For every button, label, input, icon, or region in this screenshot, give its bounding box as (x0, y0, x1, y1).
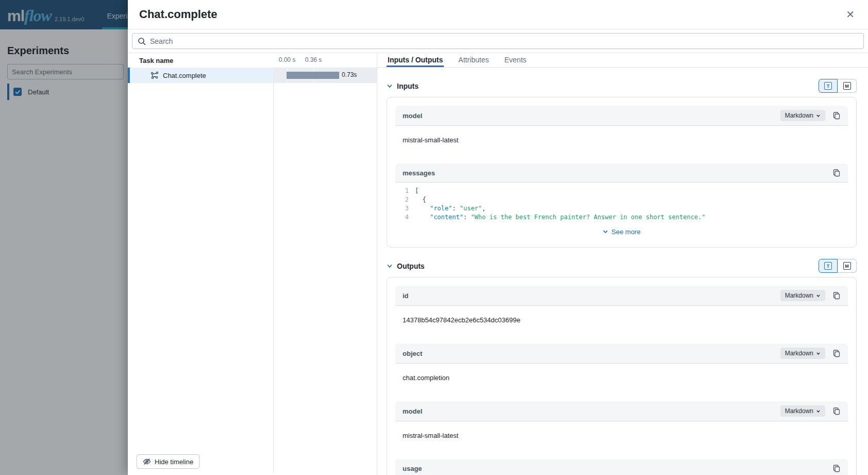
outputs-section-header: Outputs T M (387, 259, 857, 273)
chevron-down-icon (816, 113, 821, 118)
markdown-toggle-button[interactable]: M (838, 259, 857, 273)
field-label: object (403, 350, 780, 357)
timeline-empty-area (128, 83, 377, 454)
drawer-search-box[interactable] (132, 33, 864, 49)
field-header: id Markdown (395, 286, 848, 306)
field-label: usage (403, 465, 832, 472)
eye-off-icon (143, 457, 151, 466)
field-header: model Markdown (395, 401, 848, 421)
copy-icon[interactable] (832, 169, 841, 177)
timeline-header: Task name 0.00 s 0.36 s (128, 53, 377, 68)
timeline-ticks: 0.00 s 0.36 s (273, 53, 377, 68)
tab-attributes[interactable]: Attributes (457, 53, 490, 67)
hide-timeline-label: Hide timeline (155, 458, 193, 466)
field-label: model (403, 407, 780, 415)
renderer-select[interactable]: Markdown (780, 348, 825, 359)
field-id: id Markdown 14378b54c97842ecb2e6c534dc03… (395, 286, 848, 334)
copy-icon[interactable] (832, 111, 841, 120)
drawer-search-row (128, 29, 868, 53)
drawer-search-input[interactable] (150, 37, 858, 45)
copy-icon[interactable] (832, 349, 841, 357)
task-row-label-cell[interactable]: Chat.complete (128, 68, 273, 83)
renderer-select-value: Markdown (785, 292, 813, 299)
tab-events[interactable]: Events (503, 53, 527, 67)
field-header: model Markdown (395, 106, 848, 126)
outputs-section-box: id Markdown 14378b54c97842ecb2e6c534dc03… (387, 277, 857, 475)
see-more-label: See more (611, 228, 640, 236)
inputs-section-box: model Markdown mistral-small-latest (387, 97, 857, 248)
timeline-divider (273, 68, 274, 473)
detail-pane: Inputs / Outputs Attributes Events Input… (377, 53, 868, 475)
field-header: object Markdown (395, 343, 848, 364)
field-value: mistral-small-latest (395, 126, 848, 154)
messages-code-block: 1[2 {3 "role": "user",4 "content": "Who … (395, 183, 848, 224)
field-value: mistral-small-latest (395, 421, 848, 450)
text-mode-icon: T (824, 82, 832, 90)
chevron-down-icon (816, 293, 821, 298)
drawer-title: Chat.complete (139, 8, 843, 21)
renderer-select[interactable]: Markdown (780, 110, 825, 121)
chevron-down-icon[interactable] (387, 263, 393, 269)
search-icon (138, 37, 146, 45)
raw-text-toggle-button[interactable]: T (819, 79, 838, 93)
tick-label-1: 0.36 s (305, 56, 322, 63)
timeline-pane: Task name 0.00 s 0.36 s Chat.complete (128, 53, 377, 475)
field-header: usage (395, 459, 848, 475)
hide-timeline-button[interactable]: Hide timeline (137, 454, 199, 469)
field-model: model Markdown mistral-small-latest (395, 106, 848, 154)
trace-span-icon (151, 71, 159, 79)
task-name-column-header: Task name (128, 57, 273, 64)
close-icon[interactable]: ✕ (843, 7, 858, 22)
inputs-section-title: Inputs (397, 82, 814, 90)
chevron-down-icon (816, 409, 821, 414)
task-row-chat-complete[interactable]: Chat.complete 0.73s (128, 68, 377, 83)
field-label: messages (403, 169, 832, 177)
field-model-output: model Markdown mistral-small-latest (395, 401, 848, 450)
field-usage: usage 1{2 "prompt_tokens": 16 (395, 459, 848, 475)
renderer-select-value: Markdown (785, 407, 813, 415)
tick-label-0: 0.00 s (279, 56, 296, 63)
field-object: object Markdown chat.completion (395, 343, 848, 392)
detail-content: Inputs T M model Markdown (377, 68, 868, 475)
copy-icon[interactable] (832, 291, 841, 300)
field-messages: messages 1[2 {3 "role": "user",4 "conten… (395, 163, 848, 239)
field-header: messages (395, 163, 848, 183)
duration-bar[interactable] (287, 72, 339, 79)
markdown-mode-icon: M (843, 82, 851, 90)
chevron-down-icon (603, 229, 608, 235)
raw-text-toggle-button[interactable]: T (819, 259, 838, 273)
field-label: model (403, 112, 780, 120)
outputs-renderer-toggle: T M (819, 259, 857, 273)
renderer-select-value: Markdown (785, 350, 813, 357)
duration-label: 0.73s (342, 71, 357, 78)
tab-inputs-outputs[interactable]: Inputs / Outputs (387, 53, 444, 67)
chevron-down-icon[interactable] (387, 83, 393, 89)
outputs-section-title: Outputs (397, 262, 814, 270)
renderer-select[interactable]: Markdown (780, 290, 825, 301)
markdown-toggle-button[interactable]: M (838, 79, 857, 93)
copy-icon[interactable] (832, 407, 841, 415)
trace-detail-drawer: Chat.complete ✕ Task name 0.00 s 0.36 s (128, 0, 868, 475)
markdown-mode-icon: M (843, 262, 851, 270)
field-value: 14378b54c97842ecb2e6c534dc03699e (395, 306, 848, 334)
inputs-section-header: Inputs T M (387, 79, 857, 93)
renderer-select-value: Markdown (785, 112, 813, 119)
task-row-timeline-cell[interactable]: 0.73s (273, 68, 377, 83)
copy-icon[interactable] (832, 464, 841, 472)
renderer-select[interactable]: Markdown (780, 405, 825, 417)
chevron-down-icon (816, 351, 821, 356)
text-mode-icon: T (824, 262, 832, 270)
see-more-button[interactable]: See more (395, 224, 848, 239)
task-row-name: Chat.complete (163, 72, 206, 79)
field-label: id (403, 292, 780, 300)
field-value: chat.completion (395, 364, 848, 392)
timeline-footer: Hide timeline (128, 454, 377, 475)
drawer-header: Chat.complete ✕ (128, 0, 868, 29)
detail-tabs: Inputs / Outputs Attributes Events (377, 53, 868, 68)
inputs-renderer-toggle: T M (819, 79, 857, 93)
